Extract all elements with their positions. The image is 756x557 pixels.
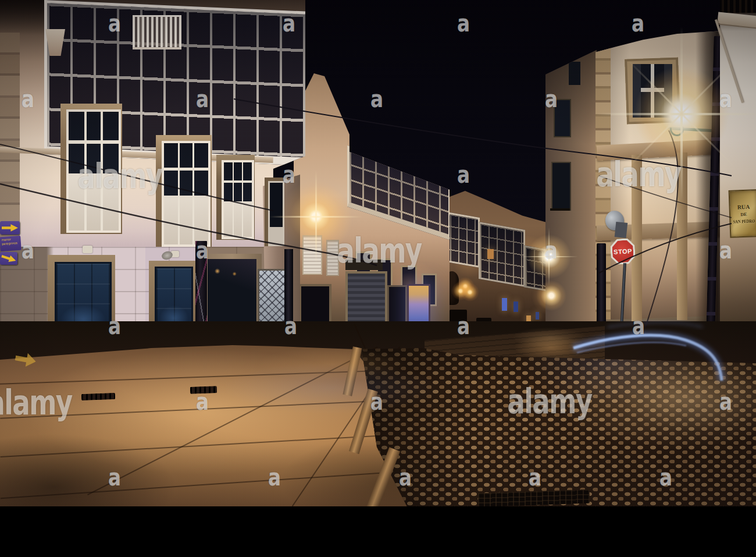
drain-grate bbox=[190, 386, 217, 394]
lit-window-blue bbox=[502, 298, 507, 311]
balcony-rail bbox=[550, 208, 570, 211]
cornice bbox=[717, 12, 756, 29]
house-number-plaque bbox=[83, 246, 92, 253]
sign-back bbox=[615, 222, 628, 238]
granite-pilaster bbox=[677, 152, 687, 320]
dark-shop-window bbox=[208, 259, 256, 327]
alamy-footer-bar: alamy Image ID: 2Y8JR5E www.alamy.com bbox=[0, 506, 756, 557]
white-balustrade bbox=[133, 15, 181, 49]
lit-window bbox=[487, 249, 494, 259]
lit-window-blue bbox=[513, 301, 518, 312]
lit-window-blue bbox=[536, 312, 539, 320]
balcony-rail-silhouette bbox=[720, 0, 756, 13]
street-name-plaque: RUA DE SAN PEDRO bbox=[729, 189, 756, 238]
warm-light-pool bbox=[512, 327, 587, 348]
french-window bbox=[66, 109, 121, 233]
blue-light-pool bbox=[221, 362, 442, 414]
shuttered-window bbox=[633, 64, 672, 118]
corner-building-side-face bbox=[545, 50, 597, 364]
granite-pilaster bbox=[632, 155, 642, 321]
waymark-text-line: peregrinos bbox=[2, 240, 19, 246]
yellow-arrow-icon bbox=[0, 252, 17, 264]
french-window bbox=[162, 141, 211, 247]
shuttered-window bbox=[326, 240, 339, 276]
yellow-arrow-icon bbox=[2, 223, 18, 232]
shop-signboard bbox=[345, 260, 383, 270]
street-plaque-line: SAN PEDRO bbox=[733, 218, 755, 224]
french-window bbox=[268, 181, 284, 246]
camino-waymark-sign bbox=[0, 221, 20, 235]
roof-eave-shadow bbox=[0, 0, 50, 35]
ornate-lamp-glow bbox=[459, 282, 480, 303]
distant-gallery-window bbox=[479, 222, 525, 287]
street-plaque-line: DE bbox=[740, 211, 747, 217]
night-street-photo: STOP RUA DE SAN PEDRO bbox=[0, 0, 756, 506]
dark-window bbox=[554, 99, 571, 137]
stop-sign-face: STOP bbox=[612, 240, 634, 263]
street-plaque-line: RUA bbox=[737, 203, 750, 210]
street bbox=[0, 321, 756, 506]
stop-sign-label: STOP bbox=[614, 247, 632, 256]
shuttered-window bbox=[302, 235, 322, 275]
french-window bbox=[222, 160, 254, 239]
dark-window bbox=[551, 162, 571, 211]
drain-grate bbox=[81, 393, 115, 400]
camino-text-sign: menor peregrinos bbox=[0, 236, 22, 251]
camino-waymark-sign bbox=[0, 252, 17, 265]
stock-photo-page: STOP RUA DE SAN PEDRO bbox=[0, 0, 756, 557]
attic-window bbox=[569, 62, 580, 85]
